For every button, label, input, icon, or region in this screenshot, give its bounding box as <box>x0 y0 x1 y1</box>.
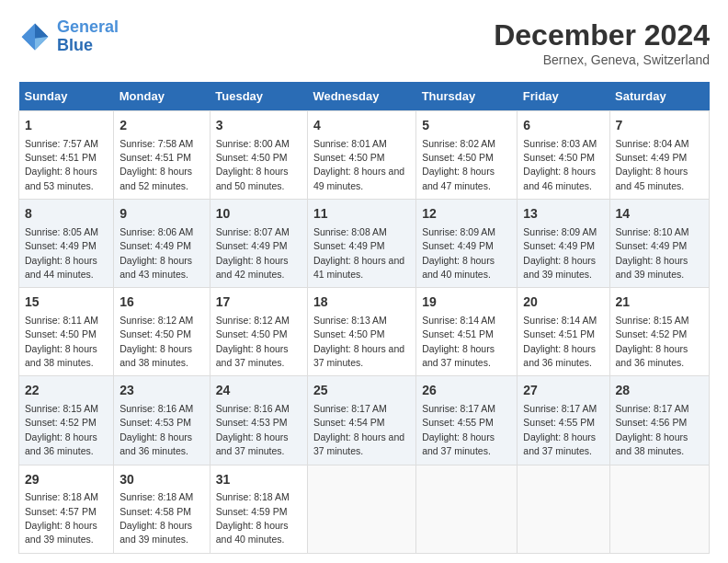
day-info: Sunrise: 8:03 AMSunset: 4:50 PMDaylight:… <box>523 138 597 191</box>
cell-week3-day2: 17 Sunrise: 8:12 AMSunset: 4:50 PMDaylig… <box>210 288 307 376</box>
day-number: 5 <box>422 117 511 135</box>
svg-marker-1 <box>35 23 48 38</box>
cell-week5-day0: 29 Sunrise: 8:18 AMSunset: 4:57 PMDaylig… <box>19 465 114 553</box>
day-number: 21 <box>616 293 704 312</box>
cell-week2-day2: 10 Sunrise: 8:07 AMSunset: 4:49 PMDaylig… <box>210 200 307 288</box>
day-number: 22 <box>25 382 108 400</box>
day-info: Sunrise: 8:16 AMSunset: 4:53 PMDaylight:… <box>119 403 193 456</box>
day-number: 19 <box>422 293 511 312</box>
page-header: General Blue December 2024 Bernex, Genev… <box>18 18 710 67</box>
day-info: Sunrise: 8:15 AMSunset: 4:52 PMDaylight:… <box>616 315 689 368</box>
header-sunday: Sunday <box>19 82 114 111</box>
svg-marker-3 <box>22 37 35 50</box>
day-number: 4 <box>313 117 410 135</box>
month-title: December 2024 <box>494 18 710 52</box>
cell-week5-day4 <box>416 465 518 553</box>
day-info: Sunrise: 8:02 AMSunset: 4:50 PMDaylight:… <box>422 138 495 191</box>
cell-week3-day1: 16 Sunrise: 8:12 AMSunset: 4:50 PMDaylig… <box>114 288 210 376</box>
day-info: Sunrise: 8:10 AMSunset: 4:49 PMDaylight:… <box>616 226 689 280</box>
header-tuesday: Tuesday <box>210 82 307 111</box>
day-info: Sunrise: 8:13 AMSunset: 4:50 PMDaylight:… <box>313 315 404 368</box>
day-info: Sunrise: 8:09 AMSunset: 4:49 PMDaylight:… <box>422 226 495 280</box>
cell-week4-day6: 28 Sunrise: 8:17 AMSunset: 4:56 PMDaylig… <box>609 376 710 465</box>
svg-marker-2 <box>35 37 48 50</box>
cell-week2-day0: 8 Sunrise: 8:05 AMSunset: 4:49 PMDayligh… <box>19 200 114 288</box>
day-info: Sunrise: 8:17 AMSunset: 4:56 PMDaylight:… <box>616 403 689 456</box>
week-row-4: 22 Sunrise: 8:15 AMSunset: 4:52 PMDaylig… <box>19 376 710 465</box>
day-number: 15 <box>25 293 108 312</box>
day-number: 29 <box>25 471 108 489</box>
day-info: Sunrise: 8:07 AMSunset: 4:49 PMDaylight:… <box>216 226 290 280</box>
cell-week5-day1: 30 Sunrise: 8:18 AMSunset: 4:58 PMDaylig… <box>114 465 210 553</box>
day-info: Sunrise: 8:17 AMSunset: 4:54 PMDaylight:… <box>313 403 404 456</box>
cell-week4-day5: 27 Sunrise: 8:17 AMSunset: 4:55 PMDaylig… <box>518 376 609 465</box>
header-friday: Friday <box>518 82 609 111</box>
day-info: Sunrise: 8:05 AMSunset: 4:49 PMDaylight:… <box>25 226 98 280</box>
day-info: Sunrise: 8:16 AMSunset: 4:53 PMDaylight:… <box>216 403 290 456</box>
day-number: 11 <box>313 205 410 224</box>
day-number: 20 <box>523 293 603 312</box>
day-number: 23 <box>119 382 204 400</box>
day-number: 25 <box>313 382 410 400</box>
day-info: Sunrise: 8:09 AMSunset: 4:49 PMDaylight:… <box>523 226 597 280</box>
day-number: 7 <box>616 117 704 135</box>
cell-week1-day2: 3 Sunrise: 8:00 AMSunset: 4:50 PMDayligh… <box>210 111 307 200</box>
cell-week4-day2: 24 Sunrise: 8:16 AMSunset: 4:53 PMDaylig… <box>210 376 307 465</box>
header-saturday: Saturday <box>609 82 710 111</box>
header-row: SundayMondayTuesdayWednesdayThursdayFrid… <box>19 82 710 111</box>
day-number: 30 <box>119 471 204 489</box>
cell-week1-day3: 4 Sunrise: 8:01 AMSunset: 4:50 PMDayligh… <box>307 111 415 200</box>
cell-week5-day5 <box>518 465 609 553</box>
day-info: Sunrise: 8:15 AMSunset: 4:52 PMDaylight:… <box>25 403 98 456</box>
logo-text: General Blue <box>57 18 119 55</box>
cell-week3-day5: 20 Sunrise: 8:14 AMSunset: 4:51 PMDaylig… <box>518 288 609 376</box>
day-number: 13 <box>523 205 603 224</box>
cell-week3-day0: 15 Sunrise: 8:11 AMSunset: 4:50 PMDaylig… <box>19 288 114 376</box>
day-info: Sunrise: 8:00 AMSunset: 4:50 PMDaylight:… <box>216 138 290 191</box>
week-row-5: 29 Sunrise: 8:18 AMSunset: 4:57 PMDaylig… <box>19 465 710 553</box>
logo-icon <box>18 20 51 53</box>
week-row-1: 1 Sunrise: 7:57 AMSunset: 4:51 PMDayligh… <box>19 111 710 200</box>
day-number: 28 <box>616 382 704 400</box>
cell-week3-day4: 19 Sunrise: 8:14 AMSunset: 4:51 PMDaylig… <box>416 288 518 376</box>
cell-week1-day6: 7 Sunrise: 8:04 AMSunset: 4:49 PMDayligh… <box>609 111 710 200</box>
day-number: 2 <box>119 117 204 135</box>
cell-week1-day5: 6 Sunrise: 8:03 AMSunset: 4:50 PMDayligh… <box>518 111 609 200</box>
location-title: Bernex, Geneva, Switzerland <box>494 52 710 67</box>
day-number: 6 <box>523 117 603 135</box>
cell-week2-day4: 12 Sunrise: 8:09 AMSunset: 4:49 PMDaylig… <box>416 200 518 288</box>
day-number: 27 <box>523 382 603 400</box>
day-number: 8 <box>25 205 108 224</box>
day-number: 3 <box>216 117 301 135</box>
day-info: Sunrise: 8:18 AMSunset: 4:58 PMDaylight:… <box>119 491 193 545</box>
week-row-3: 15 Sunrise: 8:11 AMSunset: 4:50 PMDaylig… <box>19 288 710 376</box>
cell-week4-day3: 25 Sunrise: 8:17 AMSunset: 4:54 PMDaylig… <box>307 376 415 465</box>
day-info: Sunrise: 8:14 AMSunset: 4:51 PMDaylight:… <box>523 315 597 368</box>
day-number: 10 <box>216 205 301 224</box>
day-number: 1 <box>25 117 108 135</box>
cell-week1-day1: 2 Sunrise: 7:58 AMSunset: 4:51 PMDayligh… <box>114 111 210 200</box>
cell-week2-day1: 9 Sunrise: 8:06 AMSunset: 4:49 PMDayligh… <box>114 200 210 288</box>
cell-week3-day6: 21 Sunrise: 8:15 AMSunset: 4:52 PMDaylig… <box>609 288 710 376</box>
day-info: Sunrise: 8:08 AMSunset: 4:49 PMDaylight:… <box>313 226 404 280</box>
day-number: 17 <box>216 293 301 312</box>
day-info: Sunrise: 8:17 AMSunset: 4:55 PMDaylight:… <box>523 403 597 456</box>
week-row-2: 8 Sunrise: 8:05 AMSunset: 4:49 PMDayligh… <box>19 200 710 288</box>
day-info: Sunrise: 8:12 AMSunset: 4:50 PMDaylight:… <box>119 315 193 368</box>
day-info: Sunrise: 8:04 AMSunset: 4:49 PMDaylight:… <box>616 138 689 191</box>
day-number: 14 <box>616 205 704 224</box>
cell-week5-day3 <box>307 465 415 553</box>
day-number: 26 <box>422 382 511 400</box>
day-number: 12 <box>422 205 511 224</box>
header-monday: Monday <box>114 82 210 111</box>
header-wednesday: Wednesday <box>307 82 415 111</box>
day-info: Sunrise: 7:58 AMSunset: 4:51 PMDaylight:… <box>119 138 193 191</box>
cell-week1-day0: 1 Sunrise: 7:57 AMSunset: 4:51 PMDayligh… <box>19 111 114 200</box>
cell-week2-day6: 14 Sunrise: 8:10 AMSunset: 4:49 PMDaylig… <box>609 200 710 288</box>
day-info: Sunrise: 8:18 AMSunset: 4:57 PMDaylight:… <box>25 491 98 545</box>
day-number: 16 <box>119 293 204 312</box>
day-number: 18 <box>313 293 410 312</box>
logo: General Blue <box>18 18 119 55</box>
day-number: 31 <box>216 471 301 489</box>
day-info: Sunrise: 8:14 AMSunset: 4:51 PMDaylight:… <box>422 315 495 368</box>
